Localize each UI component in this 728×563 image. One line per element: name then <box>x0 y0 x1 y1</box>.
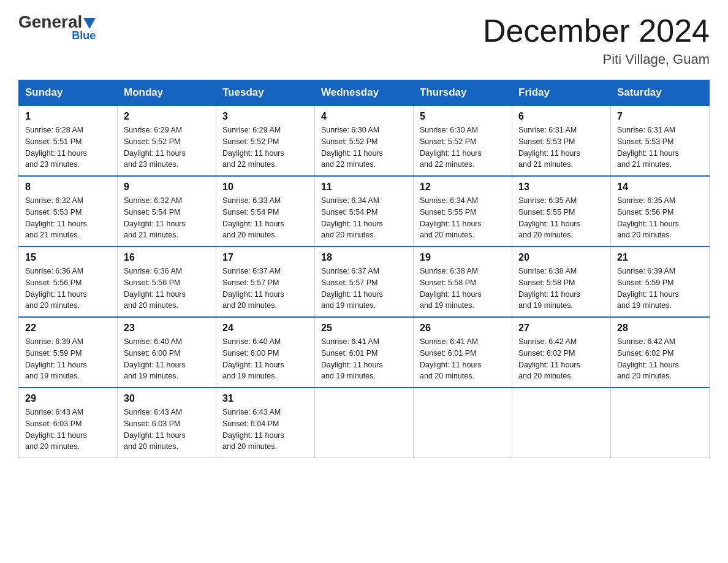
calendar-cell: 23 Sunrise: 6:40 AM Sunset: 6:00 PM Dayl… <box>118 317 216 388</box>
day-number: 21 <box>617 252 703 263</box>
day-info: Sunrise: 6:30 AM Sunset: 5:52 PM Dayligh… <box>321 124 407 170</box>
day-info: Sunrise: 6:39 AM Sunset: 5:59 PM Dayligh… <box>617 266 703 312</box>
day-number: 28 <box>617 323 703 334</box>
day-info: Sunrise: 6:34 AM Sunset: 5:55 PM Dayligh… <box>420 195 506 241</box>
day-number: 25 <box>321 323 407 334</box>
day-number: 31 <box>222 393 308 404</box>
day-number: 2 <box>124 111 210 122</box>
day-info: Sunrise: 6:31 AM Sunset: 5:53 PM Dayligh… <box>518 124 604 170</box>
day-info: Sunrise: 6:38 AM Sunset: 5:58 PM Dayligh… <box>420 266 506 312</box>
calendar-cell: 17 Sunrise: 6:37 AM Sunset: 5:57 PM Dayl… <box>216 247 315 317</box>
calendar-cell: 12 Sunrise: 6:34 AM Sunset: 5:55 PM Dayl… <box>414 176 512 247</box>
day-number: 10 <box>222 182 308 193</box>
day-info: Sunrise: 6:28 AM Sunset: 5:51 PM Dayligh… <box>25 124 111 170</box>
day-number: 17 <box>222 252 308 263</box>
header-friday: Friday <box>512 80 611 106</box>
calendar-cell: 1 Sunrise: 6:28 AM Sunset: 5:51 PM Dayli… <box>19 105 118 176</box>
day-info: Sunrise: 6:36 AM Sunset: 5:56 PM Dayligh… <box>25 266 111 312</box>
calendar-cell: 24 Sunrise: 6:40 AM Sunset: 6:00 PM Dayl… <box>216 317 315 388</box>
day-number: 26 <box>420 323 506 334</box>
day-info: Sunrise: 6:41 AM Sunset: 6:01 PM Dayligh… <box>321 336 407 382</box>
day-info: Sunrise: 6:43 AM Sunset: 6:04 PM Dayligh… <box>222 407 308 453</box>
day-number: 23 <box>124 323 210 334</box>
week-row-4: 22 Sunrise: 6:39 AM Sunset: 5:59 PM Dayl… <box>19 317 710 388</box>
day-info: Sunrise: 6:37 AM Sunset: 5:57 PM Dayligh… <box>222 266 308 312</box>
calendar-cell: 4 Sunrise: 6:30 AM Sunset: 5:52 PM Dayli… <box>315 105 414 176</box>
day-info: Sunrise: 6:39 AM Sunset: 5:59 PM Dayligh… <box>25 336 111 382</box>
day-number: 6 <box>518 111 604 122</box>
day-number: 9 <box>124 182 210 193</box>
calendar-cell: 19 Sunrise: 6:38 AM Sunset: 5:58 PM Dayl… <box>414 247 512 317</box>
calendar-header-row: SundayMondayTuesdayWednesdayThursdayFrid… <box>19 80 710 106</box>
day-info: Sunrise: 6:35 AM Sunset: 5:56 PM Dayligh… <box>617 195 703 241</box>
day-number: 19 <box>420 252 506 263</box>
day-info: Sunrise: 6:30 AM Sunset: 5:52 PM Dayligh… <box>420 124 506 170</box>
week-row-5: 29 Sunrise: 6:43 AM Sunset: 6:03 PM Dayl… <box>19 388 710 458</box>
day-number: 16 <box>124 252 210 263</box>
calendar-cell: 29 Sunrise: 6:43 AM Sunset: 6:03 PM Dayl… <box>19 388 118 458</box>
day-info: Sunrise: 6:41 AM Sunset: 6:01 PM Dayligh… <box>420 336 506 382</box>
day-number: 13 <box>518 182 604 193</box>
day-info: Sunrise: 6:43 AM Sunset: 6:03 PM Dayligh… <box>124 407 210 453</box>
day-number: 1 <box>25 111 111 122</box>
day-number: 15 <box>25 252 111 263</box>
page-header: General Blue December 2024 Piti Village,… <box>18 12 710 67</box>
day-info: Sunrise: 6:40 AM Sunset: 6:00 PM Dayligh… <box>124 336 210 382</box>
day-info: Sunrise: 6:40 AM Sunset: 6:00 PM Dayligh… <box>222 336 308 382</box>
calendar-cell: 16 Sunrise: 6:36 AM Sunset: 5:56 PM Dayl… <box>118 247 216 317</box>
day-number: 20 <box>518 252 604 263</box>
day-info: Sunrise: 6:32 AM Sunset: 5:54 PM Dayligh… <box>124 195 210 241</box>
day-info: Sunrise: 6:34 AM Sunset: 5:54 PM Dayligh… <box>321 195 407 241</box>
calendar-cell: 31 Sunrise: 6:43 AM Sunset: 6:04 PM Dayl… <box>216 388 315 458</box>
logo-triangle-icon <box>83 18 96 29</box>
day-info: Sunrise: 6:42 AM Sunset: 6:02 PM Dayligh… <box>518 336 604 382</box>
title-section: December 2024 Piti Village, Guam <box>483 12 710 67</box>
day-info: Sunrise: 6:42 AM Sunset: 6:02 PM Dayligh… <box>617 336 703 382</box>
week-row-3: 15 Sunrise: 6:36 AM Sunset: 5:56 PM Dayl… <box>19 247 710 317</box>
day-number: 8 <box>25 182 111 193</box>
calendar-cell: 3 Sunrise: 6:29 AM Sunset: 5:52 PM Dayli… <box>216 105 315 176</box>
calendar-cell <box>315 388 414 458</box>
header-thursday: Thursday <box>414 80 512 106</box>
day-number: 3 <box>222 111 308 122</box>
week-row-2: 8 Sunrise: 6:32 AM Sunset: 5:53 PM Dayli… <box>19 176 710 247</box>
calendar-cell: 26 Sunrise: 6:41 AM Sunset: 6:01 PM Dayl… <box>414 317 512 388</box>
calendar-cell: 21 Sunrise: 6:39 AM Sunset: 5:59 PM Dayl… <box>611 247 710 317</box>
day-info: Sunrise: 6:29 AM Sunset: 5:52 PM Dayligh… <box>222 124 308 170</box>
day-info: Sunrise: 6:31 AM Sunset: 5:53 PM Dayligh… <box>617 124 703 170</box>
day-number: 11 <box>321 182 407 193</box>
day-number: 27 <box>518 323 604 334</box>
calendar-table: SundayMondayTuesdayWednesdayThursdayFrid… <box>18 80 710 458</box>
calendar-cell: 18 Sunrise: 6:37 AM Sunset: 5:57 PM Dayl… <box>315 247 414 317</box>
calendar-cell: 22 Sunrise: 6:39 AM Sunset: 5:59 PM Dayl… <box>19 317 118 388</box>
calendar-cell: 10 Sunrise: 6:33 AM Sunset: 5:54 PM Dayl… <box>216 176 315 247</box>
calendar-cell <box>611 388 710 458</box>
calendar-cell: 11 Sunrise: 6:34 AM Sunset: 5:54 PM Dayl… <box>315 176 414 247</box>
header-monday: Monday <box>118 80 216 106</box>
header-saturday: Saturday <box>611 80 710 106</box>
day-number: 14 <box>617 182 703 193</box>
header-wednesday: Wednesday <box>315 80 414 106</box>
week-row-1: 1 Sunrise: 6:28 AM Sunset: 5:51 PM Dayli… <box>19 105 710 176</box>
logo-blue-text: Blue <box>72 29 96 42</box>
calendar-cell: 14 Sunrise: 6:35 AM Sunset: 5:56 PM Dayl… <box>611 176 710 247</box>
day-info: Sunrise: 6:37 AM Sunset: 5:57 PM Dayligh… <box>321 266 407 312</box>
calendar-cell: 30 Sunrise: 6:43 AM Sunset: 6:03 PM Dayl… <box>118 388 216 458</box>
day-number: 24 <box>222 323 308 334</box>
location: Piti Village, Guam <box>483 52 710 67</box>
day-number: 30 <box>124 393 210 404</box>
calendar-cell: 8 Sunrise: 6:32 AM Sunset: 5:53 PM Dayli… <box>19 176 118 247</box>
calendar-cell: 20 Sunrise: 6:38 AM Sunset: 5:58 PM Dayl… <box>512 247 611 317</box>
calendar-cell <box>414 388 512 458</box>
day-info: Sunrise: 6:29 AM Sunset: 5:52 PM Dayligh… <box>124 124 210 170</box>
calendar-cell <box>512 388 611 458</box>
header-tuesday: Tuesday <box>216 80 315 106</box>
calendar-cell: 27 Sunrise: 6:42 AM Sunset: 6:02 PM Dayl… <box>512 317 611 388</box>
day-number: 12 <box>420 182 506 193</box>
day-number: 4 <box>321 111 407 122</box>
calendar-cell: 25 Sunrise: 6:41 AM Sunset: 6:01 PM Dayl… <box>315 317 414 388</box>
day-info: Sunrise: 6:38 AM Sunset: 5:58 PM Dayligh… <box>518 266 604 312</box>
calendar-cell: 2 Sunrise: 6:29 AM Sunset: 5:52 PM Dayli… <box>118 105 216 176</box>
day-info: Sunrise: 6:43 AM Sunset: 6:03 PM Dayligh… <box>25 407 111 453</box>
logo: General Blue <box>18 12 96 42</box>
